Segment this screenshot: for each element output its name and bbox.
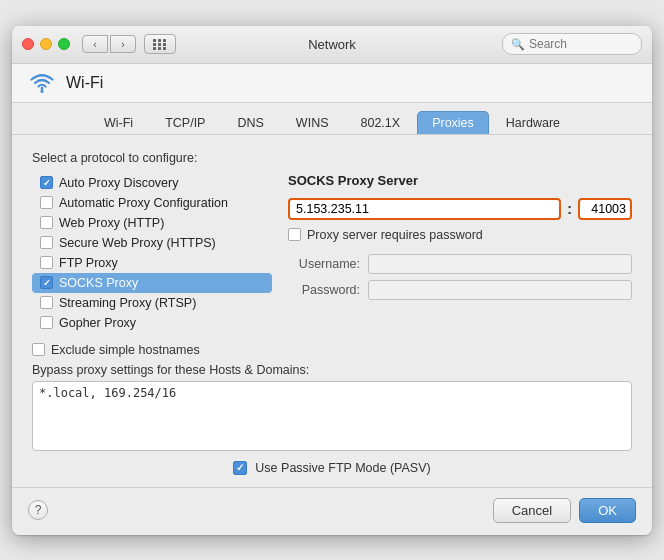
server-port-input[interactable]: [578, 198, 632, 220]
protocol-label-streaming-proxy: Streaming Proxy (RTSP): [59, 296, 196, 310]
footer-buttons: Cancel OK: [493, 498, 636, 523]
protocol-item-socks-proxy[interactable]: SOCKS Proxy: [32, 273, 272, 293]
protocol-check-ftp-proxy[interactable]: [40, 256, 53, 269]
protocol-label-auto-proxy-discovery: Auto Proxy Discovery: [59, 176, 178, 190]
protocol-check-gopher-proxy[interactable]: [40, 316, 53, 329]
password-label: Password:: [288, 283, 360, 297]
protocol-check-web-proxy[interactable]: [40, 216, 53, 229]
protocol-item-gopher-proxy[interactable]: Gopher Proxy: [32, 313, 272, 333]
search-input[interactable]: [529, 37, 633, 51]
protocol-item-secure-web-proxy[interactable]: Secure Web Proxy (HTTPS): [32, 233, 272, 253]
wifi-icon: [28, 72, 56, 94]
forward-button[interactable]: ›: [110, 35, 136, 53]
wifi-label: Wi-Fi: [66, 74, 103, 92]
exclude-checkbox[interactable]: [32, 343, 45, 356]
bypass-label: Bypass proxy settings for these Hosts & …: [32, 363, 632, 377]
protocol-check-streaming-proxy[interactable]: [40, 296, 53, 309]
grid-button[interactable]: [144, 34, 176, 54]
bottom-section: Exclude simple hostnames Bypass proxy se…: [32, 343, 632, 475]
tab-dns[interactable]: DNS: [222, 111, 278, 134]
content-area: Select a protocol to configure: Auto Pro…: [12, 135, 652, 487]
tab-wins[interactable]: WINS: [281, 111, 344, 134]
pwd-label: Proxy server requires password: [307, 228, 483, 242]
server-panel-title: SOCKS Proxy Server: [288, 173, 632, 188]
protocol-check-auto-proxy-discovery[interactable]: [40, 176, 53, 189]
protocol-item-auto-proxy-discovery[interactable]: Auto Proxy Discovery: [32, 173, 272, 193]
colon-separator: :: [567, 201, 572, 217]
cancel-button[interactable]: Cancel: [493, 498, 571, 523]
search-box[interactable]: 🔍: [502, 33, 642, 55]
wifi-bar: Wi-Fi: [12, 64, 652, 103]
pwd-checkbox[interactable]: [288, 228, 301, 241]
protocol-label-web-proxy: Web Proxy (HTTP): [59, 216, 164, 230]
protocol-label-ftp-proxy: FTP Proxy: [59, 256, 118, 270]
tab-hardware[interactable]: Hardware: [491, 111, 575, 134]
traffic-lights: [22, 38, 70, 50]
protocol-item-auto-proxy-config[interactable]: Automatic Proxy Configuration: [32, 193, 272, 213]
protocol-list: Auto Proxy Discovery Automatic Proxy Con…: [32, 173, 272, 333]
tab-wifi[interactable]: Wi-Fi: [89, 111, 148, 134]
server-row: :: [288, 198, 632, 220]
tab-8021x[interactable]: 802.1X: [346, 111, 416, 134]
minimize-button[interactable]: [40, 38, 52, 50]
window-title: Network: [308, 37, 356, 52]
tab-proxies[interactable]: Proxies: [417, 111, 489, 134]
titlebar: ‹ › Network 🔍: [12, 26, 652, 64]
proxy-server-panel: SOCKS Proxy Server : Proxy server requir…: [288, 173, 632, 333]
protocol-item-ftp-proxy[interactable]: FTP Proxy: [32, 253, 272, 273]
password-input[interactable]: [368, 280, 632, 300]
username-label: Username:: [288, 257, 360, 271]
protocol-label: Select a protocol to configure:: [32, 151, 632, 165]
protocol-item-streaming-proxy[interactable]: Streaming Proxy (RTSP): [32, 293, 272, 313]
tab-tcpip[interactable]: TCP/IP: [150, 111, 220, 134]
server-address-input[interactable]: [288, 198, 561, 220]
protocol-label-gopher-proxy: Gopher Proxy: [59, 316, 136, 330]
passive-row: Use Passive FTP Mode (PASV): [32, 461, 632, 475]
username-row: Username:: [288, 254, 632, 274]
back-button[interactable]: ‹: [82, 35, 108, 53]
username-input[interactable]: [368, 254, 632, 274]
help-button[interactable]: ?: [28, 500, 48, 520]
protocol-label-secure-web-proxy: Secure Web Proxy (HTTPS): [59, 236, 216, 250]
pwd-row: Proxy server requires password: [288, 228, 632, 242]
protocol-check-secure-web-proxy[interactable]: [40, 236, 53, 249]
passive-checkbox[interactable]: [233, 461, 247, 475]
two-col-layout: Auto Proxy Discovery Automatic Proxy Con…: [32, 173, 632, 333]
maximize-button[interactable]: [58, 38, 70, 50]
close-button[interactable]: [22, 38, 34, 50]
protocol-item-web-proxy[interactable]: Web Proxy (HTTP): [32, 213, 272, 233]
main-window: ‹ › Network 🔍 Wi-Fi: [12, 26, 652, 535]
tabs-bar: Wi-Fi TCP/IP DNS WINS 802.1X Proxies Har…: [12, 103, 652, 135]
password-row: Password:: [288, 280, 632, 300]
protocol-check-auto-proxy-config[interactable]: [40, 196, 53, 209]
search-icon: 🔍: [511, 38, 525, 51]
footer: ? Cancel OK: [12, 487, 652, 535]
ok-button[interactable]: OK: [579, 498, 636, 523]
protocol-check-socks-proxy[interactable]: [40, 276, 53, 289]
nav-buttons: ‹ ›: [82, 35, 136, 53]
exclude-row: Exclude simple hostnames: [32, 343, 632, 357]
passive-label: Use Passive FTP Mode (PASV): [255, 461, 430, 475]
exclude-label: Exclude simple hostnames: [51, 343, 200, 357]
protocol-label-auto-proxy-config: Automatic Proxy Configuration: [59, 196, 228, 210]
bypass-textarea[interactable]: *.local, 169.254/16: [32, 381, 632, 451]
protocol-label-socks-proxy: SOCKS Proxy: [59, 276, 138, 290]
svg-point-0: [41, 90, 44, 93]
